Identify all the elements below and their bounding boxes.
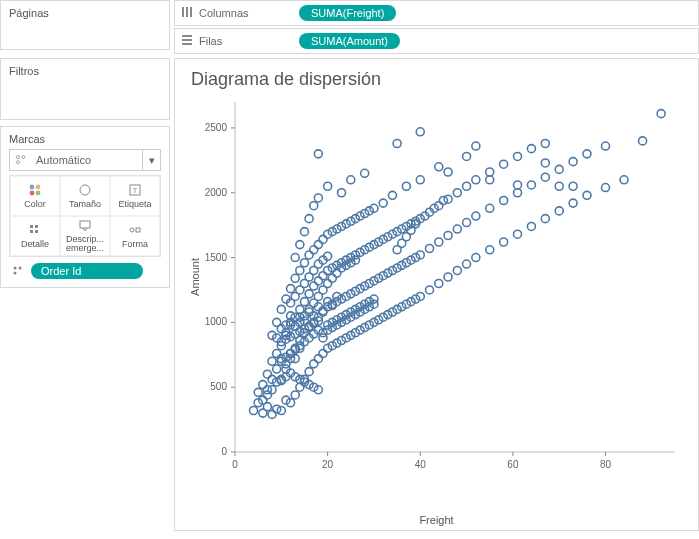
svg-point-100 bbox=[305, 251, 313, 259]
svg-point-64 bbox=[273, 349, 281, 357]
columns-icon bbox=[181, 6, 193, 20]
svg-point-240 bbox=[500, 160, 508, 168]
svg-point-242 bbox=[514, 189, 522, 197]
svg-point-223 bbox=[453, 267, 461, 275]
svg-point-111 bbox=[314, 277, 322, 285]
svg-point-255 bbox=[569, 199, 577, 207]
detail-pill-row: Order Id bbox=[9, 263, 161, 279]
svg-point-2 bbox=[17, 161, 20, 164]
svg-text:T: T bbox=[133, 186, 138, 195]
svg-point-234 bbox=[486, 246, 494, 254]
svg-point-233 bbox=[472, 142, 480, 150]
svg-point-225 bbox=[453, 189, 461, 197]
svg-point-218 bbox=[435, 163, 443, 171]
color-icon bbox=[28, 183, 42, 197]
svg-point-58 bbox=[263, 370, 271, 378]
svg-point-239 bbox=[500, 197, 508, 205]
svg-point-219 bbox=[444, 273, 452, 281]
svg-point-243 bbox=[514, 152, 522, 160]
svg-point-5 bbox=[30, 191, 35, 196]
chart-area: Diagrama de dispersión 05001000150020002… bbox=[174, 58, 699, 531]
detail-pill-orderid[interactable]: Order Id bbox=[31, 263, 143, 279]
shape-icon bbox=[128, 223, 142, 237]
svg-point-222 bbox=[444, 168, 452, 176]
marks-label-button[interactable]: T Etiqueta bbox=[110, 176, 160, 216]
svg-text:2000: 2000 bbox=[205, 187, 228, 198]
svg-point-85 bbox=[296, 383, 304, 391]
svg-point-89 bbox=[296, 241, 304, 249]
svg-point-246 bbox=[527, 181, 535, 189]
svg-text:0: 0 bbox=[221, 446, 227, 457]
svg-point-116 bbox=[319, 349, 327, 357]
svg-point-264 bbox=[657, 110, 665, 118]
filtros-panel: Filtros bbox=[0, 58, 170, 120]
svg-point-119 bbox=[319, 235, 327, 243]
svg-point-83 bbox=[291, 274, 299, 282]
svg-point-106 bbox=[310, 246, 318, 254]
svg-point-248 bbox=[541, 215, 549, 223]
svg-point-226 bbox=[463, 260, 471, 268]
svg-point-88 bbox=[296, 267, 304, 275]
svg-point-200 bbox=[402, 182, 410, 190]
svg-rect-14 bbox=[80, 221, 90, 228]
svg-point-17 bbox=[14, 267, 17, 270]
detail-small-icon bbox=[9, 265, 27, 277]
svg-point-153 bbox=[347, 176, 355, 184]
rows-label: Filas bbox=[199, 35, 222, 47]
rows-shelf[interactable]: Filas SUMA(Amount) bbox=[174, 28, 699, 54]
svg-point-15 bbox=[130, 228, 134, 232]
paginas-panel: Páginas bbox=[0, 0, 170, 50]
svg-text:20: 20 bbox=[322, 459, 334, 470]
svg-point-253 bbox=[555, 165, 563, 173]
svg-text:1000: 1000 bbox=[205, 316, 228, 327]
svg-point-237 bbox=[486, 176, 494, 184]
svg-point-125 bbox=[324, 279, 332, 287]
marks-tooltip-button[interactable]: Descrip... emerge... bbox=[60, 216, 110, 256]
svg-point-131 bbox=[328, 274, 336, 282]
x-axis-label: Freight bbox=[185, 514, 688, 526]
svg-rect-13 bbox=[35, 230, 38, 233]
size-icon bbox=[78, 183, 92, 197]
chart-title: Diagrama de dispersión bbox=[191, 69, 688, 90]
svg-point-252 bbox=[555, 207, 563, 215]
svg-point-193 bbox=[393, 139, 401, 147]
columns-label: Columnas bbox=[199, 7, 249, 19]
chevron-down-icon[interactable]: ▾ bbox=[142, 150, 160, 170]
svg-point-103 bbox=[310, 360, 318, 368]
marks-shape-button[interactable]: Forma bbox=[110, 216, 160, 256]
columns-shelf[interactable]: Columnas SUMA(Freight) bbox=[174, 0, 699, 26]
svg-point-136 bbox=[333, 269, 341, 277]
svg-rect-10 bbox=[30, 225, 33, 228]
svg-rect-23 bbox=[182, 35, 192, 37]
svg-point-256 bbox=[569, 158, 577, 166]
svg-point-113 bbox=[314, 194, 322, 202]
svg-point-244 bbox=[514, 181, 522, 189]
svg-text:80: 80 bbox=[600, 459, 612, 470]
svg-point-260 bbox=[602, 184, 610, 192]
svg-point-109 bbox=[314, 355, 322, 363]
svg-point-66 bbox=[277, 407, 285, 415]
svg-point-142 bbox=[338, 189, 346, 197]
marks-select-label: Automático bbox=[32, 154, 142, 166]
svg-point-95 bbox=[300, 228, 308, 236]
rows-pill-amount[interactable]: SUMA(Amount) bbox=[299, 33, 400, 49]
svg-point-61 bbox=[268, 357, 276, 365]
svg-point-112 bbox=[314, 241, 322, 249]
svg-point-216 bbox=[435, 238, 443, 246]
svg-point-258 bbox=[583, 191, 591, 199]
svg-point-215 bbox=[435, 279, 443, 287]
svg-point-356 bbox=[439, 197, 447, 205]
marks-type-select[interactable]: Automático ▾ bbox=[9, 149, 161, 171]
marks-detail-button[interactable]: Detalle bbox=[10, 216, 60, 256]
svg-text:2500: 2500 bbox=[205, 122, 228, 133]
svg-point-211 bbox=[416, 128, 424, 136]
svg-rect-24 bbox=[182, 39, 192, 41]
svg-point-230 bbox=[472, 254, 480, 262]
svg-point-241 bbox=[514, 230, 522, 238]
marks-color-button[interactable]: Color bbox=[10, 176, 60, 216]
svg-point-94 bbox=[300, 259, 308, 267]
svg-rect-16 bbox=[136, 228, 140, 232]
svg-point-69 bbox=[277, 305, 285, 313]
columns-pill-freight[interactable]: SUMA(Freight) bbox=[299, 5, 396, 21]
marks-size-button[interactable]: Tamaño bbox=[60, 176, 110, 216]
